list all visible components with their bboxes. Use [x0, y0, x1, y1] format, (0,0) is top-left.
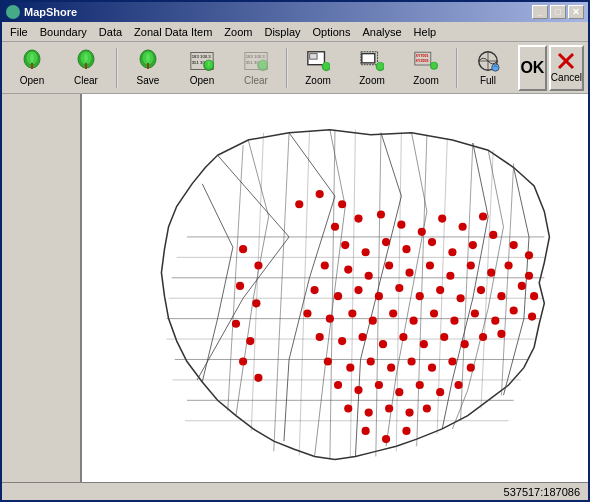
svg-point-122 [346, 364, 354, 372]
status-bar: 537517:187086 [2, 482, 588, 500]
svg-point-70 [362, 248, 370, 256]
svg-point-73 [428, 238, 436, 246]
clear-data-button[interactable]: 183 100.3 351 30.10 Clear [230, 45, 282, 91]
borough-boundaries [161, 130, 549, 460]
svg-point-92 [375, 292, 383, 300]
menu-boundary[interactable]: Boundary [34, 24, 93, 40]
title-bar-buttons: _ □ ✕ [532, 5, 584, 19]
svg-point-106 [430, 309, 438, 317]
toolbar: Open Clear [2, 42, 588, 94]
svg-point-132 [395, 388, 403, 396]
svg-point-140 [423, 404, 431, 412]
svg-text:XYZ003: XYZ003 [416, 59, 429, 63]
svg-point-124 [387, 364, 395, 372]
menu-zoom[interactable]: Zoom [218, 24, 258, 40]
clear-boundary-button[interactable]: Clear [60, 45, 112, 91]
save-data-button[interactable]: Save [122, 45, 174, 91]
svg-point-151 [338, 200, 346, 208]
svg-point-129 [334, 381, 342, 389]
svg-point-136 [344, 404, 352, 412]
zoom-in-label: Zoom [305, 75, 331, 86]
svg-point-149 [295, 200, 303, 208]
save-label: Save [137, 75, 160, 86]
coordinates-display: 537517:187086 [504, 486, 580, 498]
svg-point-81 [385, 261, 393, 269]
close-button[interactable]: ✕ [568, 5, 584, 19]
separator-3 [456, 48, 458, 88]
svg-point-102 [348, 309, 356, 317]
svg-point-127 [448, 357, 456, 365]
ok-label: OK [520, 59, 544, 77]
main-window: MapShore _ □ ✕ File Boundary Data Zonal … [0, 0, 590, 502]
svg-point-69 [341, 241, 349, 249]
clear-data-label: Clear [244, 75, 268, 86]
svg-point-85 [467, 261, 475, 269]
minimize-button[interactable]: _ [532, 5, 548, 19]
svg-point-143 [236, 282, 244, 290]
open-data-label: Open [190, 75, 214, 86]
maximize-button[interactable]: □ [550, 5, 566, 19]
menu-zonal-data-item[interactable]: Zonal Data Item [128, 24, 218, 40]
menu-file[interactable]: File [4, 24, 34, 40]
svg-point-94 [416, 292, 424, 300]
zoom-xy-icon: XYT001 XYZ003 [414, 49, 438, 73]
svg-point-68 [479, 212, 487, 220]
full-zoom-button[interactable]: Full [462, 45, 514, 91]
svg-point-126 [428, 364, 436, 372]
clear-boundary-label: Clear [74, 75, 98, 86]
ok-button[interactable]: OK [518, 45, 547, 91]
svg-point-152 [525, 272, 533, 280]
map-container[interactable] [82, 94, 588, 482]
svg-point-153 [530, 292, 538, 300]
menu-help[interactable]: Help [408, 24, 443, 40]
svg-point-86 [487, 269, 495, 277]
svg-point-107 [450, 317, 458, 325]
svg-point-148 [254, 374, 262, 382]
svg-point-95 [436, 286, 444, 294]
svg-point-109 [491, 317, 499, 325]
svg-rect-20 [310, 54, 317, 60]
zoom-out-button[interactable]: Zoom [346, 45, 398, 91]
svg-point-31 [431, 62, 437, 68]
menu-data[interactable]: Data [93, 24, 128, 40]
svg-text:183 100.3: 183 100.3 [246, 54, 266, 59]
open-boundary-button[interactable]: Open [6, 45, 58, 91]
svg-point-134 [436, 388, 444, 396]
save-data-icon [136, 49, 160, 73]
open-data-icon: 183 100.3 351 30.10 [190, 49, 214, 73]
svg-point-108 [471, 309, 479, 317]
zoom-in-button[interactable]: Zoom [292, 45, 344, 91]
svg-point-103 [369, 317, 377, 325]
svg-point-83 [426, 261, 434, 269]
svg-point-35 [492, 64, 499, 71]
svg-point-90 [334, 292, 342, 300]
svg-point-155 [362, 427, 370, 435]
svg-point-78 [321, 261, 329, 269]
title-bar: MapShore _ □ ✕ [2, 2, 588, 22]
svg-point-150 [316, 190, 324, 198]
svg-point-111 [316, 333, 324, 341]
zoom-xy-button[interactable]: XYT001 XYZ003 Zoom [400, 45, 452, 91]
full-zoom-label: Full [480, 75, 496, 86]
svg-point-72 [402, 245, 410, 253]
map-view[interactable] [82, 94, 588, 482]
svg-point-110 [510, 306, 518, 314]
svg-point-116 [420, 340, 428, 348]
svg-point-84 [446, 272, 454, 280]
zoom-out-icon [360, 49, 384, 73]
svg-point-139 [405, 408, 413, 416]
menu-options[interactable]: Options [307, 24, 357, 40]
svg-point-99 [518, 282, 526, 290]
svg-point-115 [399, 333, 407, 341]
cancel-button[interactable]: Cancel [549, 45, 584, 91]
svg-point-117 [440, 333, 448, 341]
menu-display[interactable]: Display [258, 24, 306, 40]
open-data-button[interactable]: 183 100.3 351 30.10 Open [176, 45, 228, 91]
clear-boundary-icon [74, 49, 98, 73]
svg-point-77 [510, 241, 518, 249]
menu-analyse[interactable]: Analyse [356, 24, 407, 40]
svg-point-87 [504, 261, 512, 269]
svg-point-137 [365, 408, 373, 416]
svg-point-113 [358, 333, 366, 341]
svg-point-131 [375, 381, 383, 389]
